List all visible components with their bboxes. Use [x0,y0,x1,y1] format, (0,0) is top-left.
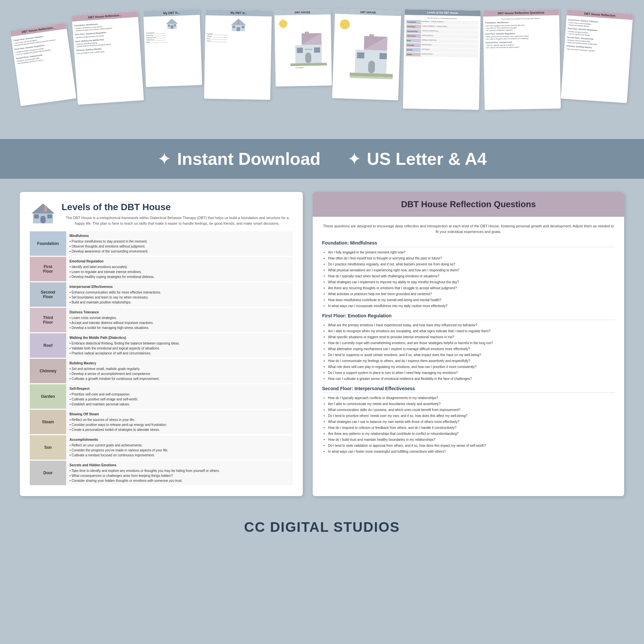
dbt-label: Chimney [30,359,66,383]
reflection-question: What communication skills do I possess, … [328,407,615,412]
reflection-question: How do I typically react when faced with… [328,274,615,279]
reflection-section-title: Second Floor: Interpersonal Effectivenes… [322,386,615,393]
reflection-section-title: First Floor: Emotion Regulation [322,313,615,320]
svg-rect-37 [357,52,364,59]
dbt-content: Blowing Off Steam• Reflect on the source… [66,410,293,434]
reflection-sections-container: Foundation: MindfulnessAm I fully engage… [322,240,615,454]
us-letter-item: ✦ US Letter & A4 [347,149,487,169]
svg-point-29 [340,19,350,29]
svg-rect-45 [47,214,52,218]
svg-rect-43 [40,216,46,223]
svg-rect-10 [237,21,239,24]
reflection-question: How do I respond to criticism or feedbac… [328,425,615,430]
svg-rect-9 [242,26,244,28]
left-panel-description: The DBT House is a metaphorical framewor… [62,215,293,226]
reflection-question: Do I tend to seek validation or approval… [328,443,615,448]
preview-card-2-body: Foundation: Mindfulness • Practice mindf… [72,17,140,57]
right-panel-intro: These questions are designed to encourag… [322,223,615,234]
dbt-label: Roof [30,333,66,358]
reflection-question: How do I build trust and maintain health… [328,437,615,442]
svg-rect-7 [237,27,240,31]
dbt-label: Foundation [30,231,66,256]
dbt-label: Door [30,461,66,485]
house-icon-large [30,202,56,225]
reflection-question: What role does self-care play in regulat… [328,364,615,369]
reflection-question: How do I currently cope with overwhelmin… [328,341,615,345]
dbt-content: Interpersonal Effectiveness• Enhance com… [66,282,293,307]
reflection-question: What alternative coping mechanisms can I… [328,346,615,351]
svg-marker-41 [31,204,55,213]
svg-rect-38 [379,53,387,59]
dbt-label: Third Floor [30,308,66,332]
preview-card-7: Levels of the DBT House The DBT House is… [403,9,481,110]
preview-card-6: DBT HOUSE [332,9,401,101]
dbt-label: Sun [30,435,66,460]
dbt-row-roof: RoofWalking the Middle Path (Dialectics)… [30,333,293,358]
svg-rect-36 [368,61,375,73]
reflection-question: What strategies can I use to balance my … [328,419,615,424]
svg-rect-2 [170,25,173,29]
svg-rect-46 [44,206,47,212]
footer: CC DIGITAL STUDIOS [0,509,644,545]
reflection-section: Foundation: MindfulnessAm I fully engage… [322,240,615,308]
reflection-section: Second Floor: Interpersonal Effectivenes… [322,386,615,454]
dbt-content: Self-Respect• Prioritize self-care and s… [66,384,293,409]
preview-card-1: DBT House Reflection... Cloud Floor: Dis… [10,23,76,106]
dbt-row-door: DoorSecrets and Hidden Emotions• Take ti… [30,461,293,485]
dbt-row-chimney: ChimneyBuilding Mastery• Set and achieve… [30,359,293,383]
reflection-question: How does mindfulness contribute to my ov… [328,298,615,302]
reflection-question: What physical sensations am I experienci… [328,268,615,273]
reflection-question: Am I able to recognize when my emotions … [328,329,615,334]
dbt-content: Mindfulness• Practice mindfulness to sta… [66,231,293,256]
star-icon-1: ✦ [157,150,172,167]
reflection-question: How can I cultivate a greater sense of e… [328,376,615,381]
reflection-question: Do I tend to suppress or avoid certain e… [328,352,615,357]
dbt-label: Garden [30,384,66,409]
reflection-question: What are the primary emotions I have exp… [328,323,615,328]
reflection-list: How do I typically approach conflicts or… [322,395,615,454]
right-panel-header: DBT House Reflection Questions [313,192,624,217]
dbt-row-third-floor: Third FloorDistress Tolerance• Learn cri… [30,308,293,332]
preview-card-5-body: Foundation First Floor [274,15,332,73]
dbt-row-foundation: FoundationMindfulness• Practice mindfuln… [30,231,293,256]
dbt-row-sun: SunAccomplishments• Reflect on your curr… [30,435,293,460]
dbt-row-garden: GardenSelf-Respect• Prioritize self-care… [30,384,293,409]
dbt-content: Emotional Regulation• Identify and label… [66,257,293,281]
preview-card-2: DBT House Reflection... Foundation: Mind… [71,11,144,105]
svg-text:First Floor: First Floor [304,48,312,50]
reflection-question: How do I typically approach conflicts or… [328,395,615,400]
dbt-row-second-floor: Second FloorInterpersonal Effectiveness•… [30,282,293,307]
reflection-section-title: Foundation: Mindfulness [322,240,615,247]
reflection-question: How often do I find myself lost in thoug… [328,256,615,261]
dbt-content: Accomplishments• Reflect on your current… [66,435,293,460]
preview-card-9: DBT House Reflection Cloud Floor: Distre… [561,9,633,103]
preview-card-8: DBT House Reflection Questions These que… [483,9,561,110]
reflection-question: In what ways can I incorporate mindfulne… [328,303,615,308]
reflection-question: In what ways can I foster more meaningfu… [328,449,615,454]
instant-download-item: ✦ Instant Download [157,149,320,169]
dbt-content: Distress Tolerance• Learn crisis surviva… [66,308,293,332]
star-icon-2: ✦ [347,150,362,167]
dbt-row-first-floor: First FloorEmotional Regulation• Identif… [30,257,293,281]
dbt-label: First Floor [30,257,66,281]
preview-card-6-body [332,14,401,87]
svg-point-18 [302,19,309,23]
svg-rect-25 [314,47,320,53]
dbt-label: Steam [30,410,66,434]
download-banner: ✦ Instant Download ✦ US Letter & A4 [0,139,644,179]
svg-rect-3 [168,24,170,26]
reflection-question: What activities or practices help me fee… [328,292,615,297]
right-panel-body: These questions are designed to encourag… [313,217,624,465]
instant-download-text: Instant Download [177,149,320,169]
reflection-question: Are there any recurring thoughts or emot… [328,286,615,291]
svg-point-11 [279,20,287,28]
dbt-content: Secrets and Hidden Emotions• Take time t… [66,461,293,485]
reflection-question: What specific situations or triggers ten… [328,335,615,340]
svg-marker-0 [165,18,178,24]
reflection-list: Am I fully engaged in the present moment… [322,250,615,308]
svg-rect-4 [174,24,176,26]
left-panel-title: Levels of the DBT House [62,202,293,212]
left-panel-header: Levels of the DBT House The DBT House is… [30,202,293,226]
reflection-section: First Floor: Emotion RegulationWhat are … [322,313,615,381]
preview-card-8-body: These questions are designed to encourag… [483,15,560,51]
